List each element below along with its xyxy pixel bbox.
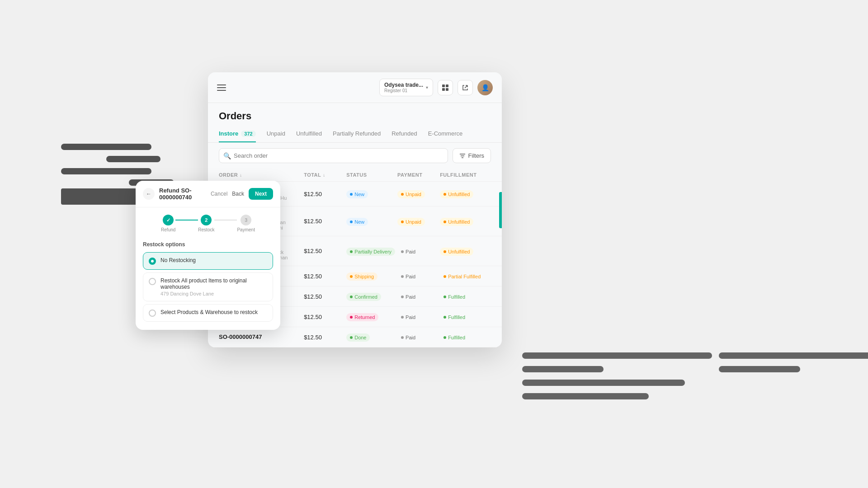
tab-refunded[interactable]: Refunded [392,126,417,142]
radio-select-products [149,310,156,317]
option-no-restocking-label: No Restocking [160,257,196,263]
store-selector[interactable]: Odysea trade... Register 01 ▾ [379,79,433,96]
tab-instore-label: Instore [219,130,238,137]
user-avatar[interactable]: 👤 [477,80,493,95]
payment-badge-2: Paid [397,248,419,256]
window-header: Odysea trade... Register 01 ▾ [208,72,502,103]
step-refund-label: Refund [161,227,175,232]
status-dot-0 [350,193,353,196]
step-payment-circle: 3 [241,215,251,225]
fulfillment-dot-4 [443,296,446,298]
step-line-1 [175,220,198,221]
fulfillment-badge-0: Unfulfilled [440,190,473,198]
tab-unpaid[interactable]: Unpaid [267,126,285,142]
order-total-3: $12.50 [304,273,346,280]
tab-partially-refunded-label: Partially Refunded [333,130,381,137]
order-sort-icon: ↓ [240,173,242,178]
col-total-label: TOTAL [304,172,321,178]
search-icon: 🔍 [223,152,231,160]
grid-icon-button[interactable] [438,80,453,95]
radio-restock-all [149,278,156,285]
restock-title: Restock options [143,241,273,248]
order-total-2: $12.50 [304,248,346,254]
tab-unfulfilled-label: Unfulfilled [296,130,322,137]
status-badge-4: Confirmed [346,293,381,301]
restock-option-restock-all[interactable]: Restock All product Items to original wa… [143,272,273,301]
option-select-products-label: Select Products & Warehouse to restock [160,309,258,315]
external-link-icon-button[interactable] [458,80,473,95]
step-payment: 3 Payment [237,215,255,232]
status-text-3: Shipping [354,274,374,279]
step-refund-circle: ✓ [163,215,174,225]
search-wrapper: 🔍 [219,148,448,163]
tab-unfulfilled[interactable]: Unfulfilled [296,126,322,142]
tab-partially-refunded[interactable]: Partially Refunded [333,126,381,142]
tab-ecommerce-label: E-Commerce [428,130,463,137]
col-header-order: ORDER ↓ [219,172,304,178]
svg-rect-3 [446,88,448,91]
fulfillment-dot-6 [443,336,446,339]
step-restock-circle: 2 [201,215,212,225]
menu-icon[interactable] [217,84,226,91]
status-dot-4 [350,296,353,298]
status-text-0: New [354,192,364,197]
step-restock: 2 Restock [198,215,214,232]
step-payment-label: Payment [237,227,255,232]
fulfillment-badge-4: Fulfilled [440,293,469,301]
step-restock-label: Restock [198,227,214,232]
tab-ecommerce[interactable]: E-Commerce [428,126,463,142]
search-input[interactable] [219,148,448,163]
status-text-6: Done [354,335,366,340]
fulfillment-badge-1: Unfulfilled [440,218,473,226]
status-text-5: Returned [354,314,375,320]
table-row[interactable]: SO-0000000747 $12.50 Done Paid Fulfilled [208,327,502,347]
payment-text-5: Paid [406,314,415,320]
modal-cancel-button[interactable]: Cancel [211,191,227,197]
modal-back-button[interactable]: Back [232,191,244,197]
col-payment-label: PAYMENT [397,172,422,178]
store-register: Register 01 [384,88,423,93]
status-badge-3: Shipping [346,272,377,281]
status-dot-5 [350,316,353,319]
fulfillment-dot-0 [443,193,446,196]
payment-badge-6: Paid [397,333,419,342]
modal-back-arrow-button[interactable]: ← [143,188,155,200]
store-name: Odysea trade... [384,82,423,88]
total-sort-icon: ↓ [323,173,326,178]
col-fulfillment-label: FULFILLMENT [440,172,476,178]
order-total-0: $12.50 [304,191,346,197]
col-header-status: STATUS [346,172,397,178]
status-dot-1 [350,221,353,223]
status-dot-3 [350,275,353,278]
filters-button[interactable]: Filters [453,148,491,163]
payment-dot-0 [401,193,404,196]
status-dot-2 [350,250,353,253]
modal-header: ← Refund SO-0000000740 Cancel Back Next [136,181,280,207]
status-text-4: Confirmed [354,294,377,300]
fulfillment-text-2: Unfulfilled [448,249,470,254]
steps-container: ✓ Refund 2 Restock 3 Payment [136,207,280,236]
payment-text-0: Unpaid [406,192,421,197]
payment-text-3: Paid [406,274,415,279]
col-header-fulfillment: FULFILLMENT [440,172,491,178]
tab-instore[interactable]: Instore 372 [219,126,256,142]
fulfillment-dot-3 [443,275,446,278]
payment-dot-6 [401,336,404,339]
restock-option-no-restocking[interactable]: No Restocking [143,252,273,270]
fulfillment-badge-6: Fulfilled [440,333,469,342]
payment-text-2: Paid [406,249,415,254]
modal-next-button[interactable]: Next [249,188,273,200]
status-dot-6 [350,336,353,339]
col-header-payment: PAYMENT [397,172,440,178]
refund-modal: ← Refund SO-0000000740 Cancel Back Next … [136,181,280,330]
teal-scroll-indicator [499,192,502,228]
step-line-2 [214,220,237,221]
order-total-6: $12.50 [304,334,346,341]
payment-dot-1 [401,221,404,223]
order-info-6: SO-0000000747 [219,333,304,341]
restock-option-select-products[interactable]: Select Products & Warehouse to restock [143,304,273,322]
status-badge-0: New [346,190,368,198]
order-total-5: $12.50 [304,314,346,320]
radio-no-restocking [149,258,156,265]
col-status-label: STATUS [346,172,367,178]
